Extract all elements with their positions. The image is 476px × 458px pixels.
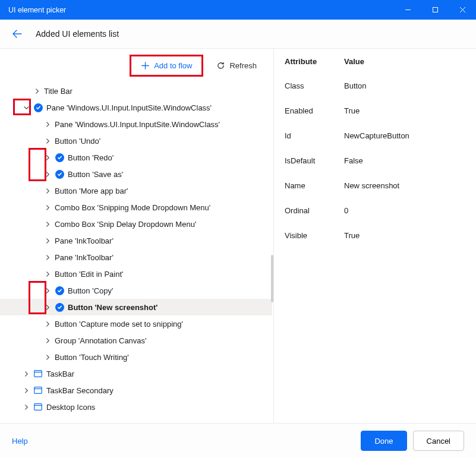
tree-item[interactable]: Pane 'InkToolbar' <box>0 232 272 249</box>
refresh-icon <box>216 61 225 70</box>
tree-item[interactable]: Combo Box 'Snipping Mode Dropdown Menu' <box>0 199 272 216</box>
tree-item[interactable]: TaskBar <box>0 365 272 382</box>
tree-item[interactable]: Pane 'InkToolbar' <box>0 249 272 266</box>
attribute-row[interactable]: IsDefaultFalse <box>285 148 465 173</box>
svg-rect-4 <box>34 371 42 377</box>
tree-item-label: Pane 'Windows.UI.Input.InputSite.WindowC… <box>55 120 272 129</box>
scrollbar-thumb[interactable] <box>271 255 273 302</box>
chevron-right-icon[interactable] <box>44 138 51 144</box>
window-maximize-button[interactable] <box>421 0 449 20</box>
tree-item-label: Button 'Capture mode set to snipping' <box>55 320 272 329</box>
plus-icon <box>141 61 150 70</box>
tree-view[interactable]: Title BarPane 'Windows.UI.Input.InputSit… <box>0 83 273 423</box>
chevron-right-icon[interactable] <box>44 155 51 160</box>
tree-item[interactable]: Desktop Icons <box>0 399 272 415</box>
tree-item[interactable]: Button 'Touch Writing' <box>0 349 272 365</box>
svg-rect-6 <box>34 387 42 394</box>
attribute-row[interactable]: ClassButton <box>285 73 465 98</box>
chevron-right-icon[interactable] <box>33 89 40 94</box>
tree-item-label: Button 'More app bar' <box>55 187 272 195</box>
attribute-row[interactable]: Ordinal0 <box>285 198 465 223</box>
checked-badge <box>55 169 64 179</box>
chevron-right-icon[interactable] <box>23 405 30 410</box>
chevron-right-icon[interactable] <box>23 371 30 377</box>
window-icon <box>33 386 43 395</box>
tree-item[interactable]: Button 'Edit in Paint' <box>0 266 272 282</box>
tree-item-label: Button 'New screenshot' <box>68 303 272 312</box>
tree-item[interactable]: Button 'Redo' <box>0 149 272 166</box>
attribute-row[interactable]: IdNewCaptureButton <box>285 123 465 148</box>
attribute-value: True <box>344 231 360 240</box>
details-pane: Attribute Value ClassButtonEnabledTrueId… <box>273 49 476 423</box>
chevron-right-icon[interactable] <box>44 122 51 127</box>
attribute-name: Enabled <box>285 106 344 115</box>
tree-item[interactable]: Button 'Save as' <box>0 166 272 182</box>
tree-item-label: Pane 'InkToolbar' <box>55 236 272 245</box>
tree-item-label: Combo Box 'Snip Delay Dropdown Menu' <box>55 220 272 229</box>
back-arrow-icon[interactable] <box>12 29 23 39</box>
titlebar: UI element picker <box>0 0 476 20</box>
attribute-row[interactable]: EnabledTrue <box>285 98 465 123</box>
chevron-right-icon[interactable] <box>44 238 51 244</box>
cancel-button[interactable]: Cancel <box>413 431 464 451</box>
details-header: Attribute Value <box>285 57 465 73</box>
tree-item-label: Button 'Copy' <box>68 286 272 295</box>
attribute-value: NewCaptureButton <box>344 131 409 140</box>
tree-item-label: Group 'Annotation Canvas' <box>55 336 272 345</box>
tree-item[interactable]: Combo Box 'Snip Delay Dropdown Menu' <box>0 216 272 232</box>
window-icon <box>33 369 43 378</box>
tree-item-label: Button 'Redo' <box>68 153 272 162</box>
chevron-right-icon[interactable] <box>44 271 51 277</box>
refresh-button[interactable]: Refresh <box>209 58 264 74</box>
tree-item[interactable]: Pane 'Windows.UI.Input.InputSite.WindowC… <box>0 99 272 116</box>
chevron-right-icon[interactable] <box>44 188 51 194</box>
attribute-row[interactable]: VisibleTrue <box>285 223 465 248</box>
attribute-value: False <box>344 156 363 165</box>
tree-item[interactable]: TaskBar Secondary <box>0 382 272 399</box>
tree-item-label: Pane 'InkToolbar' <box>55 253 272 262</box>
attribute-value: Button <box>344 81 367 90</box>
chevron-down-icon[interactable] <box>23 105 30 110</box>
chevron-right-icon[interactable] <box>44 222 51 227</box>
done-button[interactable]: Done <box>361 431 406 451</box>
tree-item-label: Combo Box 'Snipping Mode Dropdown Menu' <box>55 203 272 212</box>
check-icon <box>55 286 64 295</box>
checked-badge <box>55 153 64 162</box>
chevron-right-icon[interactable] <box>44 172 51 177</box>
tree-item-label: TaskBar Secondary <box>46 386 272 395</box>
chevron-right-icon[interactable] <box>44 338 51 343</box>
tree-item[interactable]: Button 'Undo' <box>0 132 272 149</box>
chevron-right-icon[interactable] <box>44 305 51 310</box>
svg-rect-8 <box>34 404 42 410</box>
help-link[interactable]: Help <box>12 437 28 446</box>
add-to-flow-button[interactable]: Add to flow <box>134 58 199 74</box>
chevron-right-icon[interactable] <box>44 255 51 260</box>
tree-item[interactable]: Pane 'Windows.UI.Input.InputSite.WindowC… <box>0 116 272 132</box>
attribute-row[interactable]: NameNew screenshot <box>285 173 465 198</box>
add-to-flow-label: Add to flow <box>154 61 192 70</box>
attribute-name: Visible <box>285 231 344 240</box>
checked-badge <box>55 286 64 295</box>
chevron-right-icon[interactable] <box>44 321 51 327</box>
chevron-right-icon[interactable] <box>44 205 51 210</box>
chevron-right-icon[interactable] <box>44 288 51 293</box>
window-minimize-button[interactable] <box>394 0 421 20</box>
tree-item[interactable]: Button 'More app bar' <box>0 182 272 199</box>
tree-item[interactable]: Button 'Copy' <box>0 282 272 299</box>
tree-item[interactable]: Group 'Annotation Canvas' <box>0 332 272 349</box>
chevron-right-icon[interactable] <box>23 388 30 393</box>
header: Added UI elements list <box>0 20 476 48</box>
details-header-value: Value <box>344 57 364 66</box>
checked-badge <box>55 302 64 312</box>
tree-item[interactable]: Button 'Capture mode set to snipping' <box>0 315 272 332</box>
attribute-name: Ordinal <box>285 206 344 215</box>
refresh-label: Refresh <box>229 61 257 70</box>
chevron-right-icon[interactable] <box>44 355 51 360</box>
tree-item-label: Pane 'Windows.UI.Input.InputSite.WindowC… <box>46 103 272 112</box>
check-icon <box>34 103 43 112</box>
tree-item-label: Button 'Touch Writing' <box>55 353 272 362</box>
tree-item[interactable]: Title Bar <box>0 83 272 99</box>
tree-item[interactable]: Button 'New screenshot' <box>0 299 272 315</box>
attribute-value: 0 <box>344 206 348 215</box>
window-close-button[interactable] <box>449 0 476 20</box>
